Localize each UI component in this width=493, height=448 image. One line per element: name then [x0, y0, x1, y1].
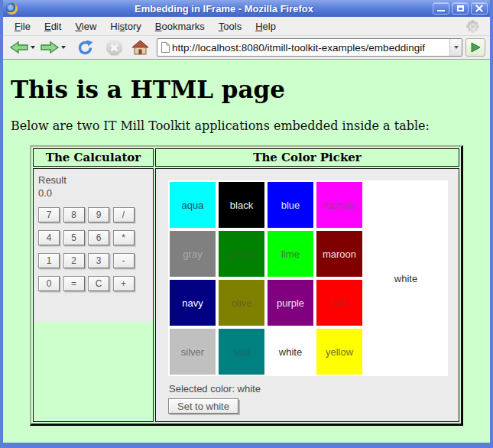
forward-button[interactable]	[40, 40, 60, 55]
calc-key-0[interactable]: 0	[38, 276, 60, 291]
calc-key-equals[interactable]: =	[63, 276, 85, 291]
calc-result-label: Result	[38, 174, 148, 187]
calc-key-7[interactable]: 7	[38, 207, 60, 222]
calc-key-6[interactable]: 6	[88, 230, 109, 245]
navigation-toolbar	[3, 36, 490, 60]
color-swatch-yellow[interactable]: yellow	[316, 329, 362, 375]
color-swatch-maroon[interactable]: maroon	[316, 231, 362, 277]
calc-key-1[interactable]: 1	[38, 253, 60, 268]
color-swatch-lime[interactable]: lime	[268, 231, 313, 277]
firefox-icon	[6, 3, 18, 15]
calc-key-4[interactable]: 4	[38, 230, 60, 245]
color-swatch-fuchsia[interactable]: fuchsia	[316, 182, 362, 228]
minimize-button[interactable]	[433, 2, 449, 15]
reload-button[interactable]	[76, 39, 94, 57]
calc-keypad: 7 8 9 / 4 5 6 * 1 2 3 - 0	[38, 207, 148, 291]
calc-key-2[interactable]: 2	[63, 253, 85, 268]
page-icon	[161, 41, 170, 54]
menu-history[interactable]: History	[103, 18, 148, 34]
go-button[interactable]	[465, 38, 485, 57]
color-swatch-teal[interactable]: teal	[219, 329, 264, 375]
close-button[interactable]	[471, 2, 488, 15]
color-swatch-blue[interactable]: blue	[268, 182, 313, 228]
calculator-iframe: Result 0.0 7 8 9 / 4 5 6 * 1 2	[34, 169, 153, 322]
color-swatch-olive[interactable]: olive	[219, 280, 264, 326]
color-swatch-white[interactable]: white	[268, 329, 313, 375]
calc-key-9[interactable]: 9	[88, 207, 109, 222]
url-input[interactable]	[170, 40, 449, 55]
minimize-icon	[437, 10, 445, 11]
titlebar: Embedding in IFrame - Mozilla Firefox	[3, 0, 490, 17]
color-picker-iframe: aqua black blue fuchsia white gray green…	[156, 169, 459, 421]
color-swatch-aqua[interactable]: aqua	[170, 182, 216, 228]
calc-key-plus[interactable]: +	[113, 276, 135, 291]
activity-throbber-icon	[471, 24, 475, 28]
color-picker-header: The Color Picker	[155, 148, 459, 167]
set-to-white-button[interactable]: Set to white	[168, 398, 238, 414]
maximize-button[interactable]	[452, 2, 469, 15]
color-swatch-black[interactable]: black	[219, 182, 264, 228]
calc-key-minus[interactable]: -	[113, 253, 135, 268]
calc-key-3[interactable]: 3	[88, 253, 109, 268]
page-content: This is a HTML page Below are two IT Mil…	[3, 60, 490, 443]
forward-arrow-icon	[40, 40, 60, 55]
menu-bookmarks[interactable]: Bookmarks	[148, 18, 212, 34]
window-title: Embedding in IFrame - Mozilla Firefox	[18, 3, 430, 15]
back-button[interactable]	[9, 40, 29, 55]
calc-key-multiply[interactable]: *	[113, 230, 135, 245]
calc-result-value: 0.0	[38, 187, 148, 200]
menu-help[interactable]: Help	[248, 18, 283, 34]
color-picker-cell: aqua black blue fuchsia white gray green…	[155, 168, 459, 422]
selected-color-preview: white	[365, 182, 446, 375]
maximize-icon	[457, 5, 464, 11]
calc-key-clear[interactable]: C	[88, 276, 109, 291]
color-swatch-green[interactable]: green	[219, 231, 264, 277]
calc-key-5[interactable]: 5	[63, 230, 85, 245]
calculator-cell: Result 0.0 7 8 9 / 4 5 6 * 1 2	[33, 168, 154, 422]
menu-view[interactable]: View	[68, 18, 103, 34]
color-swatch-silver[interactable]: silver	[170, 329, 216, 375]
page-title: This is a HTML page	[11, 76, 485, 103]
calculator-header: The Calculator	[33, 148, 154, 167]
back-arrow-icon	[9, 40, 29, 55]
selected-color-label: Selected color: white	[169, 383, 459, 394]
stop-button[interactable]	[106, 40, 122, 56]
menubar: File Edit View History Bookmarks Tools H…	[3, 17, 490, 36]
back-history-dropdown[interactable]	[31, 46, 35, 49]
menu-tools[interactable]: Tools	[212, 18, 248, 34]
calc-key-divide[interactable]: /	[113, 207, 135, 222]
go-arrow-icon	[470, 42, 481, 53]
color-swatch-red[interactable]: red	[316, 280, 362, 326]
home-icon	[131, 40, 149, 55]
color-swatch-gray[interactable]: gray	[170, 231, 216, 277]
intro-text: Below are two IT Mill Toolkit applicatio…	[11, 118, 485, 133]
forward-history-dropdown[interactable]	[61, 46, 66, 49]
url-dropdown-button[interactable]	[449, 39, 462, 56]
home-button[interactable]	[131, 40, 149, 55]
menu-file[interactable]: File	[8, 18, 37, 34]
calc-key-8[interactable]: 8	[63, 207, 85, 222]
reload-icon	[76, 39, 94, 57]
color-swatch-purple[interactable]: purple	[268, 280, 313, 326]
embed-table: The Calculator The Color Picker Result 0…	[30, 145, 463, 426]
chevron-down-icon	[454, 46, 459, 49]
color-swatch-navy[interactable]: navy	[170, 280, 216, 326]
color-swatch-grid: aqua black blue fuchsia white gray green…	[168, 180, 448, 376]
url-bar	[157, 38, 462, 57]
browser-window: Embedding in IFrame - Mozilla Firefox Fi…	[0, 0, 493, 448]
menu-edit[interactable]: Edit	[37, 18, 68, 34]
